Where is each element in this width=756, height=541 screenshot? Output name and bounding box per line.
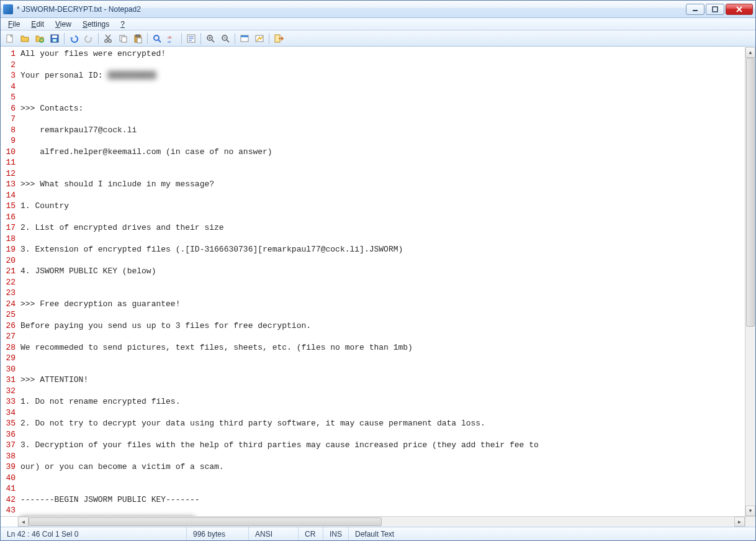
status-scheme[interactable]: Default Text bbox=[349, 527, 755, 540]
close-button[interactable] bbox=[726, 4, 753, 15]
text-line[interactable] bbox=[20, 168, 745, 180]
menu-view[interactable]: View bbox=[50, 19, 76, 30]
text-line[interactable] bbox=[20, 364, 745, 375]
text-line[interactable]: >>> Free decryption as guarantee! bbox=[20, 299, 745, 310]
svg-rect-8 bbox=[53, 39, 56, 42]
text-line[interactable]: 3. Extension of encrypted files (.[ID-31… bbox=[20, 244, 745, 255]
text-line[interactable] bbox=[20, 309, 745, 321]
text-line[interactable]: 1. Do not rename encrypted files. bbox=[20, 396, 745, 407]
text-line[interactable] bbox=[20, 157, 745, 168]
line-number: 22 bbox=[1, 277, 16, 288]
text-line[interactable]: >>> What should I include in my message? bbox=[20, 179, 745, 190]
vscroll-thumb[interactable] bbox=[746, 58, 755, 327]
replace-icon[interactable]: abac bbox=[165, 32, 179, 45]
word-wrap-icon[interactable] bbox=[184, 32, 198, 45]
redo-icon[interactable] bbox=[82, 32, 96, 45]
text-line[interactable] bbox=[20, 114, 745, 125]
scroll-right-arrow-icon[interactable]: ► bbox=[734, 517, 745, 527]
line-number: 19 bbox=[1, 244, 16, 255]
text-line[interactable] bbox=[20, 407, 745, 419]
menu-edit[interactable]: Edit bbox=[26, 19, 49, 30]
text-line[interactable]: We recommeded to send pictures, text fil… bbox=[20, 342, 745, 353]
line-number-gutter: 1234567891011121314151617181920212223242… bbox=[1, 47, 18, 516]
line-number: 14 bbox=[1, 190, 16, 201]
text-line[interactable] bbox=[20, 135, 745, 147]
svg-line-11 bbox=[106, 35, 110, 40]
find-icon[interactable] bbox=[150, 32, 164, 45]
line-number: 31 bbox=[1, 375, 16, 386]
status-mode[interactable]: INS bbox=[323, 527, 349, 540]
line-number: 11 bbox=[1, 157, 16, 168]
text-line[interactable]: alfred.helper@keemail.com (in case of no… bbox=[20, 147, 745, 158]
text-line[interactable]: remarkpaul77@cock.li bbox=[20, 125, 745, 136]
line-number: 34 bbox=[1, 407, 16, 419]
text-line[interactable]: 3. Decryption of your files with the hel… bbox=[20, 440, 745, 451]
minimize-button[interactable] bbox=[686, 4, 704, 15]
text-line[interactable]: 1. Country bbox=[20, 201, 745, 212]
text-line[interactable] bbox=[20, 386, 745, 397]
text-line[interactable] bbox=[20, 277, 745, 288]
text-line[interactable]: -------BEGIN JSWORM PUBLIC KEY------- bbox=[20, 494, 745, 506]
status-eol[interactable]: CR bbox=[299, 527, 323, 540]
text-line[interactable] bbox=[20, 429, 745, 440]
text-line[interactable] bbox=[20, 483, 745, 494]
exit-icon[interactable] bbox=[272, 32, 286, 45]
text-line[interactable] bbox=[20, 255, 745, 266]
paste-icon[interactable] bbox=[131, 32, 145, 45]
open-file-icon[interactable] bbox=[18, 32, 32, 45]
text-line[interactable] bbox=[20, 451, 745, 462]
zoom-in-icon[interactable] bbox=[204, 32, 217, 45]
save-icon[interactable] bbox=[48, 32, 61, 45]
text-line[interactable] bbox=[20, 81, 745, 93]
text-line[interactable]: Your personal ID: ██████████ bbox=[20, 70, 745, 81]
text-line[interactable] bbox=[20, 190, 745, 201]
text-line[interactable] bbox=[20, 353, 745, 364]
scroll-up-arrow-icon[interactable]: ▲ bbox=[745, 47, 755, 58]
customize-icon[interactable] bbox=[253, 32, 266, 45]
menu-settings[interactable]: Settings bbox=[78, 19, 114, 30]
vertical-scrollbar[interactable]: ▲ ▼ bbox=[745, 47, 755, 516]
copy-icon[interactable] bbox=[116, 32, 130, 45]
cut-icon[interactable] bbox=[101, 32, 115, 45]
scroll-down-arrow-icon[interactable]: ▼ bbox=[745, 506, 755, 516]
scroll-left-arrow-icon[interactable]: ◄ bbox=[18, 517, 29, 527]
text-line[interactable] bbox=[20, 331, 745, 342]
text-line[interactable] bbox=[20, 212, 745, 223]
new-file-icon[interactable] bbox=[3, 32, 17, 45]
text-line[interactable]: Before paying you send us up to 3 files … bbox=[20, 321, 745, 332]
text-content[interactable]: All your files were encrypted! Your pers… bbox=[18, 47, 745, 516]
text-line[interactable] bbox=[20, 60, 745, 71]
undo-icon[interactable] bbox=[67, 32, 81, 45]
text-line[interactable]: >>> Contacts: bbox=[20, 103, 745, 114]
app-icon bbox=[3, 4, 13, 14]
svg-point-10 bbox=[109, 39, 111, 42]
line-number: 23 bbox=[1, 288, 16, 299]
hscroll-thumb[interactable] bbox=[29, 517, 382, 526]
line-number: 33 bbox=[1, 396, 16, 407]
maximize-button[interactable] bbox=[706, 4, 724, 15]
text-line[interactable]: >>> ATTENTION! bbox=[20, 375, 745, 386]
text-line[interactable] bbox=[20, 92, 745, 103]
line-number: 5 bbox=[1, 92, 16, 103]
horizontal-scrollbar[interactable]: ◄ ► bbox=[18, 517, 745, 527]
hscroll-track[interactable] bbox=[29, 517, 734, 527]
text-line[interactable]: 2. Do not try to decrypt your data using… bbox=[20, 418, 745, 429]
vscroll-track[interactable] bbox=[745, 58, 755, 506]
text-line[interactable] bbox=[20, 234, 745, 245]
scheme-icon[interactable] bbox=[238, 32, 251, 45]
text-line[interactable]: 4. JSWORM PUBLIC KEY (below) bbox=[20, 266, 745, 277]
text-line[interactable] bbox=[20, 505, 745, 516]
status-encoding[interactable]: ANSI bbox=[249, 527, 299, 540]
svg-rect-16 bbox=[136, 35, 140, 37]
zoom-out-icon[interactable] bbox=[218, 32, 232, 45]
text-line[interactable] bbox=[20, 288, 745, 299]
text-line[interactable]: 2. List of encrypted drives and their si… bbox=[20, 222, 745, 234]
menu-file[interactable]: File bbox=[3, 19, 25, 30]
browse-folder-icon[interactable] bbox=[33, 32, 47, 45]
menu-help[interactable]: ? bbox=[115, 19, 130, 30]
status-position: Ln 42 : 46 Col 1 Sel 0 bbox=[1, 527, 187, 540]
text-line[interactable]: our) or you can become a victim of a sca… bbox=[20, 461, 745, 473]
text-line[interactable]: ████████████████████████████████████ bbox=[20, 516, 745, 517]
text-line[interactable] bbox=[20, 473, 745, 484]
text-line[interactable]: All your files were encrypted! bbox=[20, 48, 745, 60]
